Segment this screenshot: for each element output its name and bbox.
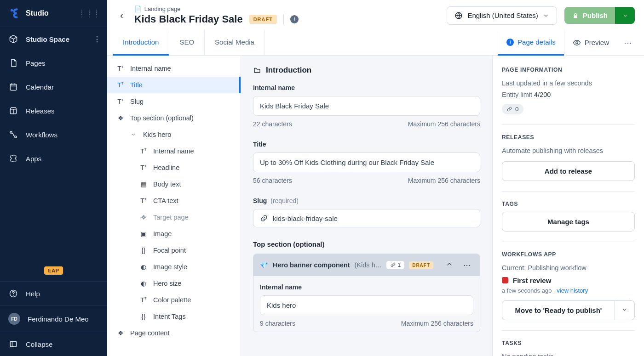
outline-title[interactable]: TTTitle [107, 77, 241, 93]
svg-rect-6 [10, 341, 16, 347]
manage-tags-button[interactable]: Manage tags [502, 212, 635, 232]
sidebar-item-releases[interactable]: Releases [0, 99, 107, 123]
folder-icon [253, 66, 261, 74]
component-more-icon[interactable]: ⋯ [460, 260, 473, 271]
internal-name-input[interactable] [253, 96, 480, 116]
sidebar: Studio ⋮⋮⋮⋮⋮⋮ Studio Space ⋮ Pages Calen… [0, 0, 107, 356]
field-slug: Slug (required) kids-black-friday-sale [253, 197, 480, 227]
outline-panel: TTInternal name TTTitle TTSlug ❖Top sect… [107, 56, 241, 356]
help-icon [8, 288, 18, 299]
sidebar-item-help[interactable]: Help [0, 281, 107, 305]
char-count: 9 characters [260, 320, 295, 327]
text-icon: TT [116, 65, 125, 72]
text-icon: TT [116, 81, 125, 89]
main: ‹ 📄Landing page Kids Black Friday Sale D… [107, 0, 644, 356]
tab-social-media[interactable]: Social Media [205, 30, 265, 55]
cube-icon [8, 34, 18, 44]
page-title: Kids Black Friday Sale [134, 13, 243, 25]
top-section-label: Top section (optional) [253, 240, 480, 248]
field-internal-name: Internal name 22 charactersMaximum 256 c… [253, 84, 480, 128]
tab-preview[interactable]: Preview [564, 30, 617, 55]
add-to-release-button[interactable]: Add to release [502, 161, 635, 181]
sidebar-item-workflows[interactable]: Workflows [0, 123, 107, 147]
outline-kids-hero[interactable]: Kids hero [107, 126, 241, 143]
tab-introduction[interactable]: Introduction [113, 30, 169, 56]
outline-sub-target-page[interactable]: ❖Target page [107, 209, 241, 226]
move-workflow-button[interactable]: Move to 'Ready to publish' [502, 300, 615, 320]
outline-internal-name[interactable]: TTInternal name [107, 60, 241, 77]
outline-sub-hero-size[interactable]: ◐Hero size [107, 275, 241, 292]
tab-seo[interactable]: SEO [169, 30, 205, 55]
toggle-icon: ◐ [139, 263, 148, 271]
layers-icon: ❖ [116, 329, 125, 337]
char-count: 56 characters [253, 177, 292, 184]
link-count-chip[interactable]: 1 [386, 261, 404, 269]
layers-icon: ❖ [139, 214, 148, 221]
outline-page-content[interactable]: ❖Page content [107, 325, 241, 341]
page-icon [8, 58, 18, 68]
sidebar-header: Studio ⋮⋮⋮⋮⋮⋮ [0, 0, 107, 27]
sidebar-item-calendar[interactable]: Calendar [0, 75, 107, 99]
outline-sub-image[interactable]: ▣Image [107, 226, 241, 242]
outline-top-section[interactable]: ❖Top section (optional) [107, 110, 241, 126]
svg-rect-1 [10, 84, 16, 90]
sidebar-item-user[interactable]: FDFerdinando De Meo [0, 305, 107, 332]
publish-dropdown[interactable] [615, 7, 635, 24]
component-status-badge: DRAFT [409, 261, 433, 269]
toggle-icon: ◐ [139, 280, 148, 287]
text-icon: TT [139, 197, 148, 204]
incoming-links-chip[interactable]: 0 [502, 104, 523, 114]
outline-sub-color-palette[interactable]: TTColor palette [107, 292, 241, 308]
publish-group: Publish [564, 7, 635, 24]
diamond-icon: 💎 [260, 261, 268, 269]
svg-rect-8 [574, 15, 577, 18]
outline-sub-image-style[interactable]: ◐Image style [107, 259, 241, 275]
eye-icon [573, 39, 581, 47]
back-button[interactable]: ‹ [116, 8, 127, 23]
sidebar-item-pages[interactable]: Pages [0, 51, 107, 75]
sidebar-space[interactable]: Studio Space ⋮ [0, 27, 107, 51]
more-vertical-icon[interactable]: ⋮ [93, 35, 101, 44]
link-icon [390, 262, 396, 268]
char-max: Maximum 256 characters [408, 177, 480, 184]
braces-icon: {} [139, 247, 148, 254]
outline-sub-body-text[interactable]: ▤Body text [107, 176, 241, 192]
outline-sub-focal-point[interactable]: {}Focal point [107, 242, 241, 259]
right-panel: PAGE INFORMATION Last updated in a few s… [492, 56, 644, 356]
outline-sub-headline[interactable]: TTHeadline [107, 159, 241, 176]
eap-badge: EAP [44, 266, 63, 275]
collapse-component-icon[interactable] [443, 260, 456, 271]
collapse-icon [8, 339, 18, 349]
outline-sub-intent-tags[interactable]: {}Intent Tags [107, 308, 241, 325]
tab-page-details[interactable]: iPage details [498, 30, 564, 56]
chevron-down-icon [543, 12, 549, 19]
outline-sub-cta-text[interactable]: TTCTA text [107, 192, 241, 209]
component-internal-name-input[interactable] [260, 295, 473, 315]
sidebar-collapse[interactable]: Collapse [0, 332, 107, 356]
locale-selector[interactable]: English (United States) [447, 6, 557, 25]
box-icon [8, 106, 18, 116]
sidebar-item-apps[interactable]: Apps [0, 147, 107, 170]
publish-button[interactable]: Publish [564, 7, 615, 24]
stage-dot-icon [502, 277, 508, 283]
brand-logo-icon [8, 7, 20, 19]
status-badge: DRAFT [249, 15, 277, 24]
slug-input[interactable]: kids-black-friday-sale [253, 209, 480, 227]
workflow-icon [8, 130, 18, 140]
text-icon: TT [116, 98, 125, 105]
title-input[interactable] [253, 153, 480, 172]
brand-name: Studio [26, 9, 49, 17]
info-icon: i [506, 39, 514, 46]
image-icon: ▣ [139, 230, 148, 237]
app-switcher-icon[interactable]: ⋮⋮⋮⋮⋮⋮ [79, 11, 101, 16]
move-workflow-dropdown[interactable] [615, 300, 635, 320]
outline-slug[interactable]: TTSlug [107, 93, 241, 110]
view-history-link[interactable]: view history [557, 287, 588, 294]
component-header[interactable]: 💎 Hero banner component (Kids h… 1 DRAFT… [253, 254, 480, 276]
outline-sub-internal-name[interactable]: TTInternal name [107, 143, 241, 159]
field-title: Title 56 charactersMaximum 256 character… [253, 141, 480, 184]
text-icon: TT [139, 164, 148, 171]
link-icon [260, 214, 268, 222]
warning-icon[interactable]: ! [290, 15, 299, 23]
more-actions-button[interactable]: ⋯ [617, 38, 638, 48]
